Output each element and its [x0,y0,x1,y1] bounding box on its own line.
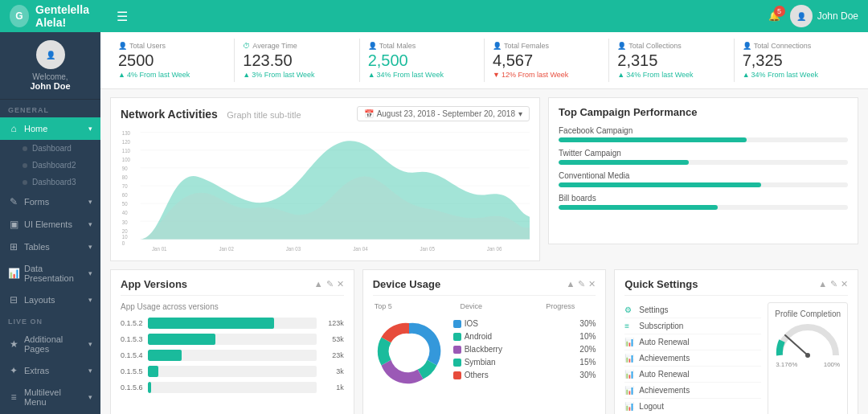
device-item-android: Android 10% [453,332,596,341]
device-col-top5: Top 5 [375,302,461,310]
device-usage-header: Device Usage ▲ ✎ ✕ [373,278,596,296]
quick-settings-up-icon[interactable]: ▲ [818,279,827,289]
settings-item-autorenewal2[interactable]: 📊 Auto Renewal [624,367,761,383]
svg-text:30: 30 [122,219,128,225]
layouts-icon: ⊟ [8,294,19,305]
ios-pct: 30% [573,319,596,328]
multilevel-icon: ≡ [8,391,19,403]
user-name: John Doe [817,10,858,22]
svg-text:Jan 04: Jan 04 [353,245,368,252]
sidebar-item-ui-elements[interactable]: ▣ UI Elements ▾ [0,213,100,236]
layouts-arrow-icon: ▾ [88,296,92,304]
extras-icon: ✦ [8,365,19,376]
date-picker[interactable]: 📅 August 23, 2018 - September 20, 2018 ▾ [357,106,530,121]
quick-settings-title: Quick Settings [624,278,698,290]
up-arrow-icon: ▲ [118,71,125,79]
sidebar-item-home[interactable]: ⌂ Home ▾ [0,117,100,140]
campaign-item-conventional: Conventional Media [559,171,848,187]
achievements1-icon: 📊 [624,354,634,363]
sidebar: 👤 Welcome, John Doe GENERAL ⌂ Home ▾ Das… [0,32,100,414]
campaign-item-facebook: Facebook Campaign [559,126,848,142]
version-label-5: 0.1.5.6 [121,383,143,391]
sidebar-user: 👤 Welcome, John Doe [0,32,100,100]
home-icon: ⌂ [8,123,19,134]
female-icon: 👤 [493,42,502,50]
campaign-title: Top Campaign Performance [559,106,848,118]
notification-count: 5 [774,6,785,17]
svg-point-29 [805,353,810,358]
settings-item-autorenewal1[interactable]: 📊 Auto Renewal [624,334,761,350]
sidebar-item-forms[interactable]: ✎ Forms ▾ [0,191,100,213]
settings-item-achievements1[interactable]: 📊 Achievements [624,350,761,367]
sidebar-item-data-presentation[interactable]: 📊 Data Presentation ▾ [0,258,100,289]
app-versions-close-icon[interactable]: ✕ [337,279,344,289]
notification-bell[interactable]: 🔔 5 [768,10,780,22]
campaign-item-twitter: Twitter Campaign [559,149,848,165]
settings-gear-icon: ⚙ [624,305,634,314]
brand-icon: G [10,5,29,27]
version-count-5: 1k [321,383,344,391]
male-icon: 👤 [368,42,377,50]
sidebar-item-dashboard2[interactable]: Dashboard2 [0,157,100,174]
additional-arrow-icon: ▾ [88,340,92,348]
section-general: GENERAL [0,100,100,117]
date-range-text: August 23, 2018 - September 20, 2018 [377,109,515,118]
device-usage-close-icon[interactable]: ✕ [588,279,596,289]
campaign-facebook-bar-bg [559,137,848,142]
dashboard-label: Dashboard [32,144,72,153]
profile-completion-box: Profile Completion [768,302,848,414]
sidebar-item-additional[interactable]: ★ Additional Pages ▾ [0,329,100,359]
version-bar-bg-2 [148,334,317,345]
svg-text:0: 0 [122,240,125,246]
device-usage-up-icon[interactable]: ▲ [566,279,575,289]
device-item-symbian: Symbian 15% [453,358,596,367]
autorenewal1-icon: 📊 [624,338,634,346]
sub-dot-icon [23,180,27,185]
version-label-2: 0.1.5.3 [121,335,143,343]
chart-title: Network Activities [121,108,218,121]
blackberry-label: Blackberry [465,345,571,354]
quick-settings-pin-icon[interactable]: ✎ [830,279,837,289]
collections-icon: 👤 [617,42,626,50]
sidebar-welcome: Welcome, [32,72,68,81]
sub-dot-icon [23,146,27,151]
quick-settings-body: ⚙ Settings ≡ Subscription 📊 Auto Renewal [624,302,848,414]
settings-item-subscription[interactable]: ≡ Subscription [624,318,761,334]
campaign-twitter-bar-fill [559,160,689,165]
device-col-headers: Top 5 Device Progress [373,302,596,310]
settings-item-logout[interactable]: 📊 Logout [624,399,761,414]
svg-text:Jan 03: Jan 03 [286,245,301,252]
app-versions-card: App Versions ▲ ✎ ✕ App Usage across vers… [110,269,354,414]
multilevel-arrow-icon: ▾ [88,393,92,401]
svg-text:10: 10 [122,234,128,240]
version-row-5: 0.1.5.6 1k [121,382,344,393]
app-versions-up-icon[interactable]: ▲ [314,279,323,289]
sidebar-item-multilevel[interactable]: ≡ Multilevel Menu ▾ [0,382,100,412]
app-versions-pin-icon[interactable]: ✎ [326,279,334,289]
stat-total-connections: 👤Total Connections 7,325 ▲34% From last … [735,39,858,82]
user-menu[interactable]: 👤 John Doe [790,5,858,27]
sidebar-item-data-label: Data Presentation [24,264,84,283]
sidebar-item-extras[interactable]: ✦ Extras ▾ [0,359,100,382]
symbian-label: Symbian [465,358,571,367]
android-color-dot [453,333,461,341]
section-live-on: LIVE ON [0,311,100,329]
settings-item-settings[interactable]: ⚙ Settings [624,302,761,318]
sidebar-item-tables[interactable]: ⊞ Tables ▾ [0,236,100,258]
network-chart-card: Network Activities Graph title sub-title… [110,97,540,261]
sidebar-item-dashboard3[interactable]: Dashboard3 [0,174,100,191]
menu-toggle-icon[interactable]: ☰ [117,9,128,24]
sidebar-item-layouts[interactable]: ⊟ Layouts ▾ [0,289,100,311]
svg-text:110: 110 [122,147,130,154]
version-bar-fill-3 [148,350,182,361]
others-color-dot [453,371,461,379]
app-versions-header: App Versions ▲ ✎ ✕ [121,278,344,296]
device-usage-pin-icon[interactable]: ✎ [578,279,585,289]
quick-settings-close-icon[interactable]: ✕ [841,279,848,289]
settings-item-achievements2[interactable]: 📊 Achievements [624,383,761,399]
settings-item-autorenewal2-label: Auto Renewal [639,370,689,379]
app-versions-title: App Versions [121,278,187,290]
sidebar-item-dashboard[interactable]: Dashboard [0,140,100,157]
top-section: Network Activities Graph title sub-title… [110,97,858,269]
svg-text:50: 50 [122,201,128,207]
